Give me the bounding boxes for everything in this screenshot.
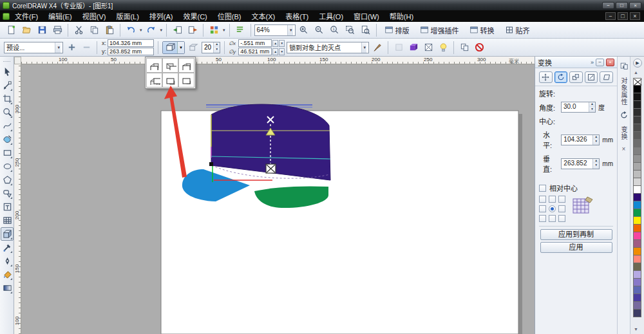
color-swatch[interactable] (633, 310, 641, 317)
options-icon[interactable] (233, 23, 247, 37)
apply-to-duplicate-button[interactable]: 应用到再制 (540, 229, 612, 240)
menu-item-9[interactable]: 工具(O) (314, 12, 348, 22)
toolbar-button-3[interactable]: 贴齐 (500, 23, 535, 37)
zoom-level-combo[interactable]: 64%▾ (254, 24, 296, 36)
shape-tool[interactable] (1, 79, 14, 92)
zoom-out-icon[interactable] (312, 23, 327, 37)
ellipse-tool[interactable] (1, 160, 14, 173)
preset-combo[interactable]: 预设...▾ (4, 42, 63, 53)
dropdown-icon[interactable]: ▾ (222, 28, 226, 33)
menu-item-1[interactable]: 编辑(E) (43, 12, 77, 22)
color-swatch[interactable] (633, 178, 641, 186)
extrusion-depth-spinner[interactable]: 20 ▲▼ (202, 42, 220, 53)
eyedropper-tool[interactable] (1, 241, 14, 254)
color-swatch[interactable] (633, 232, 641, 240)
palette-scroll-down-icon[interactable]: ▼ (634, 327, 638, 331)
zoom-in-icon[interactable] (297, 23, 311, 37)
outline-pen-tool[interactable] (1, 254, 14, 268)
close-button[interactable]: × (629, 2, 641, 9)
vp-x-field[interactable]: -.551 mm (238, 39, 272, 47)
vp-y-field[interactable]: 46.521 mm (238, 48, 272, 55)
extrude-lighting-icon[interactable] (437, 41, 450, 54)
export-icon[interactable] (185, 23, 200, 37)
color-swatch[interactable] (633, 225, 641, 232)
extrusion-type-button[interactable]: ▾ (162, 41, 185, 54)
basic-shapes-tool[interactable] (1, 187, 14, 200)
copy-icon[interactable] (87, 23, 101, 37)
table-tool[interactable] (1, 214, 14, 227)
vertical-ruler[interactable]: 300250200150100 (14, 64, 21, 334)
position-tab[interactable] (539, 71, 553, 83)
vp-y-down[interactable]: ▼ (279, 48, 285, 55)
menu-item-0[interactable]: 文件(F) (10, 12, 43, 22)
extrusion-small-front-icon[interactable] (162, 73, 178, 88)
anchor-cell-1[interactable] (549, 196, 556, 203)
docker-collapse-button[interactable]: − (596, 59, 604, 66)
color-swatch[interactable] (633, 86, 641, 93)
menu-item-4[interactable]: 排列(A) (144, 12, 178, 22)
doc-close-button[interactable]: × (630, 12, 640, 20)
toolbar-button-2[interactable]: 转换 (465, 23, 499, 37)
scale-mirror-tab[interactable] (569, 71, 583, 83)
palette-flyout-button[interactable]: ▶ (633, 59, 642, 68)
color-swatch[interactable] (633, 294, 641, 302)
no-color-swatch[interactable] (633, 78, 641, 86)
color-swatch[interactable] (633, 248, 641, 255)
color-swatch[interactable] (633, 209, 641, 217)
object-properties-tab-icon[interactable] (620, 62, 629, 72)
color-swatch[interactable] (633, 302, 641, 310)
color-swatch[interactable] (633, 263, 641, 271)
y-position-field[interactable]: 263.852 mm (108, 48, 154, 55)
center-vertical-spinbox[interactable]: 263.852 ▲▼ (561, 158, 600, 169)
docker-close-button[interactable]: × (606, 59, 614, 66)
color-swatch[interactable] (633, 255, 641, 263)
minimize-button[interactable]: − (602, 2, 614, 9)
dropdown-icon[interactable]: ▾ (139, 28, 143, 33)
extrusion-small-back-icon[interactable] (146, 58, 162, 73)
relative-center-checkbox[interactable] (539, 185, 546, 192)
color-swatch[interactable] (633, 101, 641, 109)
smart-fill-tool[interactable] (1, 133, 14, 146)
extrusion-back-parallel-icon[interactable] (178, 58, 194, 73)
vp-x-down[interactable]: ▼ (279, 40, 285, 47)
extrusion-big-back-icon[interactable] (162, 58, 178, 73)
anchor-cell-8[interactable] (558, 215, 565, 222)
launcher-icon[interactable] (207, 23, 221, 37)
anchor-cell-4[interactable] (549, 205, 556, 212)
x-position-field[interactable]: 104.326 mm (108, 39, 154, 47)
menu-item-7[interactable]: 文本(X) (246, 12, 280, 22)
doc-minimize-button[interactable]: − (605, 12, 616, 20)
print-icon[interactable] (50, 23, 64, 37)
extrude-vp-handle[interactable] (266, 164, 276, 173)
clear-extrude-icon[interactable] (473, 41, 486, 54)
dropdown-icon[interactable]: ▾ (160, 28, 164, 33)
anchor-cell-3[interactable] (539, 205, 546, 212)
toolbar-button-1[interactable]: 增强插件 (415, 23, 464, 37)
color-swatch[interactable] (633, 194, 641, 201)
pick-tool[interactable] (1, 65, 14, 79)
apply-button[interactable]: 应用 (540, 242, 612, 253)
text-tool[interactable] (1, 200, 14, 214)
extrusion-big-front-icon[interactable] (146, 73, 162, 88)
paste-icon[interactable] (102, 23, 117, 37)
extrude-color-icon[interactable] (422, 41, 435, 54)
rotation-tab[interactable] (554, 71, 568, 83)
size-tab[interactable] (585, 71, 598, 83)
delete-preset-button[interactable] (80, 41, 93, 54)
zoom-page-icon[interactable] (359, 23, 373, 37)
color-swatch[interactable] (633, 132, 641, 140)
transform-tab[interactable]: 变换 (619, 126, 629, 140)
menu-item-8[interactable]: 表格(T) (280, 12, 314, 22)
horizontal-ruler[interactable]: 1005050100150200250300毫米 (21, 57, 535, 64)
menu-item-11[interactable]: 帮助(H) (384, 12, 419, 22)
extrude-rotation-icon[interactable] (407, 41, 420, 54)
open-icon[interactable] (19, 23, 33, 37)
vp-y-up[interactable]: ▲ (272, 48, 278, 55)
redo-icon[interactable] (144, 23, 158, 37)
maximize-button[interactable]: □ (616, 2, 628, 9)
color-swatch[interactable] (633, 93, 641, 101)
rectangle-tool[interactable] (1, 146, 14, 160)
color-swatch[interactable] (633, 109, 641, 116)
anchor-cell-7[interactable] (549, 215, 556, 222)
transform-tab-icon[interactable] (620, 111, 629, 121)
